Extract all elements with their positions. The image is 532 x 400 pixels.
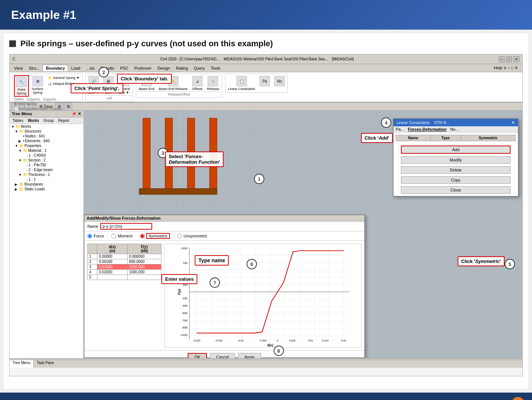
menu-boundary[interactable]: Boundary [43, 65, 68, 71]
tree-item-properties[interactable]: ▼📁Properties [10, 143, 83, 148]
tree-item-thickness[interactable]: ▼📁Thickness : 1 [10, 172, 83, 177]
lc-title-text: Linear Constraints STR R... [397, 120, 450, 125]
logo-area: MIDAS [7, 398, 41, 400]
menu-help[interactable]: Help ∨ − □ ✕ [491, 65, 521, 71]
bullet-text: Pile springs – user-defined p-y curves (… [20, 39, 273, 49]
maximize-button[interactable]: □ [506, 56, 512, 62]
lc-close-button[interactable]: ✕ [511, 120, 515, 125]
tree-item-material[interactable]: ▼📁Material : 1 [10, 148, 83, 153]
x-label-neg004: -0.004 [259, 339, 267, 342]
supports-label1: Supports [27, 97, 40, 101]
menu-design[interactable]: Design [154, 65, 173, 71]
constraints-buttons: 📋 Linear Constraints Pa No [227, 75, 286, 91]
toolbar: ← → ↑ ⊞ Base ⊟ ⊞ [10, 103, 522, 111]
tree-item-c40[interactable]: -1 : C40/50 [10, 153, 83, 158]
lc-dialog: Linear Constraints STR R... ✕ Pa... Forc… [393, 118, 519, 197]
bottom-bar: MIDAS MIDAS Academy 8 [0, 393, 532, 400]
tree-item-static-loads[interactable]: ▶📁Static Loads [10, 187, 83, 191]
tree-sub-tables[interactable]: Tables [11, 118, 25, 123]
tree-item-elements[interactable]: ▶•Elements : 640 [10, 139, 83, 143]
fd-apply-button[interactable]: Apply [238, 353, 261, 358]
tree-item-pile750[interactable]: -1 : Pile750 [10, 163, 83, 167]
symmetric-radio[interactable] [140, 234, 145, 239]
tree-item-works[interactable]: ▼📁Works [10, 124, 83, 129]
row-dx-4[interactable]: 0.02000 [97, 270, 127, 275]
point-spring-button[interactable]: 🔧 Point Spring [14, 75, 29, 97]
annotation-boundary: Click 'Boundary' tab. [117, 74, 172, 84]
release-button[interactable]: ↕ Release [205, 75, 221, 91]
title-bar-buttons[interactable]: ─ □ ✕ [499, 56, 519, 62]
tree-item-nodes[interactable]: •Nodes : 641 [10, 134, 83, 139]
x-label-0: 0 [277, 339, 278, 342]
row-dx-3[interactable]: 0.01000 [97, 264, 127, 270]
lc-add-button[interactable]: Add [401, 146, 510, 154]
lc-dialog-title: Linear Constraints STR R... ✕ [394, 119, 518, 126]
row-fy-5[interactable] [127, 275, 161, 280]
row-fy-1[interactable]: 0.000000 [127, 254, 161, 259]
x-label-02: 0.02 [341, 339, 347, 342]
x-label-neg01: -0.01 [238, 339, 244, 342]
ribbon: 🔧 Point Spring ⊞ Surface Spring ⭐General… [10, 72, 522, 103]
surface-spring-button[interactable]: ⊞ Surface Spring [30, 75, 45, 95]
force-radio[interactable] [87, 234, 92, 239]
offsets-button[interactable]: ⊿ Offsets [191, 75, 204, 91]
no-button[interactable]: No [273, 75, 286, 91]
tree-items: ▼📁Works ▼📁Structures •Nodes : 641 ▶•Elem… [10, 124, 83, 191]
row-dx-1[interactable]: 0.00000 [97, 254, 127, 259]
fd-function-row[interactable]: 📈Forces-Deformation Function [14, 106, 81, 111]
bubble-7: 7 [210, 277, 220, 288]
title-bar-text: Civil 2020 - [C:\Users\paa76924\D... MID… [15, 57, 499, 61]
tree-sub-group[interactable]: Group [42, 118, 55, 123]
tree-sub-works[interactable]: Works [26, 118, 40, 123]
menu-load[interactable]: Load [68, 65, 83, 71]
general-spring-button[interactable]: ⭐General Spring ▼ [46, 75, 81, 80]
row-fy-2[interactable]: 800.0000 [127, 259, 161, 264]
tree-sub-report[interactable]: Report [57, 118, 71, 123]
menu-rating[interactable]: Rating [173, 65, 191, 71]
tree-item-section[interactable]: ▼📁Section : 2 [10, 158, 83, 163]
y-label-neg100: -100 [182, 297, 188, 300]
lc-delete-button[interactable]: Delete [401, 166, 510, 174]
fd-footer: OK Cancel Apply [84, 350, 364, 358]
offsets-icon: ⊿ [192, 76, 203, 86]
lc-close-btn[interactable]: Close [401, 186, 510, 194]
unsymmetric-radio-group: Unsymmetric [177, 234, 207, 239]
row-dx-2[interactable]: 0.00100 [97, 259, 127, 264]
y-label-neg300: -300 [182, 304, 188, 307]
minimize-button[interactable]: ─ [499, 56, 505, 62]
moment-radio[interactable] [111, 234, 116, 239]
y-label-neg500: -500 [182, 311, 188, 315]
fd-ok-button[interactable]: OK [188, 353, 207, 358]
lc-modify-button[interactable]: Modify [401, 156, 510, 164]
linear-constraints-button[interactable]: 📋 Linear Constraints [227, 75, 257, 91]
tree-panel: Tree Menu 📌 ✕ Tables Works Group Report … [10, 111, 84, 358]
table-row: 3 0.01000 1000.000 [88, 264, 161, 270]
menu-tools[interactable]: Tools [208, 65, 223, 71]
fd-cancel-button[interactable]: Cancel [210, 353, 235, 358]
menu-pushover[interactable]: Pushover [131, 65, 154, 71]
close-button[interactable]: ✕ [513, 56, 519, 62]
lc-copy-button[interactable]: Copy [401, 176, 510, 184]
row-fy-3[interactable]: 1000.000 [127, 264, 161, 270]
tree-item-thickness-1[interactable]: -1 : 1 [10, 177, 83, 182]
menu-query[interactable]: Query [191, 65, 208, 71]
tree-item-boundaries[interactable]: ▶📁Boundaries [10, 182, 83, 187]
svg-rect-13 [139, 189, 217, 194]
menu-structure[interactable]: Stru... [26, 65, 43, 71]
menu-psc[interactable]: PSC [117, 65, 131, 71]
row-dx-5[interactable] [97, 275, 127, 280]
tree-item-edge-beam[interactable]: -2 : Edge beam [10, 167, 83, 172]
row-fy-4[interactable]: 1000.000 [127, 270, 161, 275]
menu-view[interactable]: View [11, 65, 26, 71]
tree-item-structures[interactable]: ▼📁Structures [10, 129, 83, 134]
header-title: Example #1 [11, 8, 76, 22]
lc-subtitle: Pa... Forces-Deformation No... [394, 126, 518, 133]
fd-name-input[interactable] [100, 223, 152, 230]
y-label-700: 700 [183, 261, 188, 265]
unsymmetric-radio[interactable] [177, 234, 182, 239]
annotation-symmetric: Click 'Symmetric' [458, 256, 505, 266]
pa-button[interactable]: Pa [258, 75, 271, 91]
menu-analysis[interactable]: ...sis [83, 65, 98, 71]
unsymmetric-label: Unsymmetric [184, 234, 207, 238]
row-num-1: 1 [88, 254, 97, 259]
